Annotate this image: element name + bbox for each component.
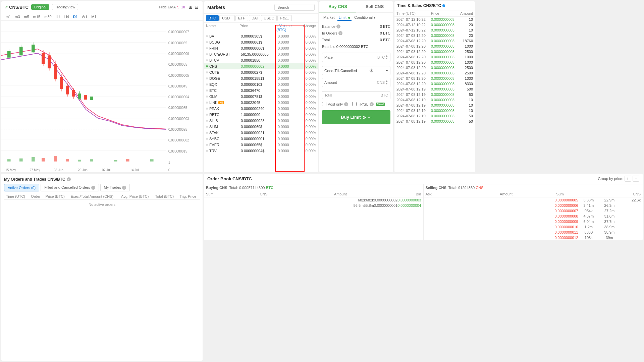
market-order-tab[interactable]: Market — [322, 15, 336, 21]
post-only-input[interactable] — [322, 102, 326, 106]
market-row[interactable]: SLIM 0.00000069$ 0.0000 0.00% — [204, 124, 318, 130]
svg-text:0.0000000003: 0.0000000003 — [168, 117, 189, 120]
ob-sell-row: 0.0000000005 3.38m 22.9m 22.6k — [424, 197, 643, 203]
tf-d1[interactable]: D1 — [72, 14, 79, 19]
tf-h1[interactable]: H1 — [55, 14, 61, 19]
market-row[interactable]: FRIN 0.000000006$ 0.0000 0.00% — [204, 45, 318, 51]
mt-info-icon[interactable]: i — [122, 186, 126, 190]
market-row[interactable]: SYBC 0.0000000001 0.0000 0.00% — [204, 136, 318, 142]
market-price: 56135.00000000 — [241, 52, 278, 56]
ts-amount: 20 — [458, 33, 475, 38]
tf-m1[interactable]: m1 — [5, 14, 12, 19]
tf-m15[interactable]: m15 — [32, 14, 41, 19]
tf-m1-large[interactable]: M1 — [90, 14, 97, 19]
amount-input-group: CNS ▲▼ — [319, 76, 393, 90]
chart-expand-icon[interactable]: ⊞ — [188, 4, 193, 10]
market-row[interactable]: DOGE 0.000001881$ 0.0000 0.00% — [204, 75, 318, 81]
timesales-row: 2024-07-08 12:19 0.0000000003 50 — [394, 119, 475, 124]
ts-price: 0.0000000003 — [429, 92, 458, 97]
svg-rect-42 — [114, 160, 117, 162]
amount-arrows[interactable]: ▲▼ — [385, 80, 388, 85]
gtc-select[interactable]: Good-Till-Cancelled ⓘ ▾ — [322, 66, 390, 75]
price-arrows[interactable]: ▲▼ — [385, 55, 388, 60]
ts-amount: 10 — [458, 17, 475, 22]
market-dot — [206, 114, 208, 116]
tf-w1[interactable]: W1 — [81, 14, 89, 19]
market-row[interactable]: BCUG 0.00000061$ 0.0000 0.00% — [204, 39, 318, 45]
buying-total: Total: 0.00057144300 BTC — [229, 186, 273, 190]
info-icon[interactable]: ⓘ — [370, 68, 373, 73]
svg-rect-33 — [90, 97, 93, 100]
col-amount-sell: Amount — [479, 192, 533, 196]
group-price-sub-btn[interactable]: − — [633, 176, 639, 182]
market-row[interactable]: SHIB 0.0000000028 0.0000 0.00% — [204, 118, 318, 124]
sell-tab[interactable]: Sell CNS — [356, 1, 393, 12]
in-orders-info-icon[interactable]: i — [338, 31, 342, 35]
orders-info-icon[interactable]: i — [67, 177, 71, 181]
group-price-controls: Group by price: + − — [598, 176, 639, 182]
limit-order-tab[interactable]: Limit — [337, 15, 352, 21]
market-row[interactable]: STAK 0.0000000021 0.0000 0.00% — [204, 130, 318, 136]
tpsl-info-icon[interactable]: i — [370, 102, 374, 106]
market-row[interactable]: TRV 0.000000004$ 0.0000 0.00% — [204, 148, 318, 154]
tf-m5[interactable]: m5 — [23, 14, 30, 19]
market-tab-dai[interactable]: DAI — [249, 15, 260, 21]
market-row[interactable]: LINK+5 0.00022045 0.0000 0.00% — [204, 100, 318, 106]
timesales-row: 2024-07-08 12:20 0.0000000003 18760 — [394, 38, 475, 44]
market-row[interactable]: BTCV 0.00001850 0.0000 0.00% — [204, 57, 318, 63]
filled-cancelled-tab[interactable]: Filled and Cancelled Orders i — [41, 184, 99, 191]
market-tab-btc[interactable]: BTC — [206, 15, 219, 21]
timesales-row: 2024-07-12 10:22 0.0000000003 10 — [394, 27, 475, 33]
market-row[interactable]: BAT 0.00000305$ 0.0000 0.00% — [204, 33, 318, 39]
my-trades-tab[interactable]: My Trades i — [100, 184, 130, 191]
market-row[interactable]: EVER 0.00000065$ 0.0000 0.00% — [204, 142, 318, 148]
svg-text:1: 1 — [168, 161, 170, 164]
post-only-info-icon[interactable]: i — [344, 102, 348, 106]
buy-tab[interactable]: Buy CNS — [319, 1, 356, 12]
market-row[interactable]: ETC 0.00036470 0.0000 0.00% — [204, 87, 318, 94]
tpsl-input[interactable] — [352, 102, 357, 106]
fc-info-icon[interactable]: i — [91, 186, 95, 190]
active-orders-tab[interactable]: Active Orders (0) — [4, 184, 39, 191]
orders-table: Time (UTC) Order Price (BTC) Exec./Total… — [4, 193, 200, 209]
market-row[interactable]: CUTE 0.00000027$ 0.0000 0.00% — [204, 69, 318, 75]
tf-m30[interactable]: m30 — [43, 14, 52, 19]
market-row[interactable]: RBTC 1.00000000 0.0000 0.00% — [204, 112, 318, 118]
conditional-order-tab[interactable]: Conditional ▾ — [353, 15, 377, 21]
market-tab-usdc[interactable]: USDC — [261, 15, 277, 21]
original-button[interactable]: Original — [31, 4, 49, 10]
markets-search-input[interactable] — [274, 4, 315, 11]
market-tab-eth[interactable]: ETH — [235, 15, 248, 21]
price-input[interactable] — [322, 54, 375, 61]
market-change: 0.00% — [296, 34, 316, 38]
external-link-icon: ↗ — [5, 5, 8, 9]
market-tab-fav[interactable]: Fav... — [277, 15, 292, 21]
tf-m3[interactable]: m3 — [14, 14, 21, 19]
timesales-row: 2024-07-08 12:19 0.0000000003 10 — [394, 97, 475, 103]
amount-input[interactable] — [322, 79, 375, 86]
total-balance-label: Total — [322, 38, 330, 42]
tf-h4[interactable]: H4 — [63, 14, 70, 19]
group-price-add-btn[interactable]: + — [625, 176, 631, 182]
market-dot — [206, 71, 208, 73]
market-tab-usdt[interactable]: USDT — [219, 15, 235, 21]
buy-limit-button[interactable]: Buy Limit » on — [322, 110, 390, 124]
balance-info-icon[interactable]: i — [336, 24, 340, 28]
market-name: STAK — [209, 131, 241, 135]
timesales-header: Time & Sales CNS/BTC — [394, 1, 475, 10]
tradingview-button[interactable]: TradingView — [52, 4, 78, 10]
market-row[interactable]: EQX 0.00000010$ 0.0000 0.00% — [204, 81, 318, 87]
timesales-row: 2024-07-08 12:19 0.0000000003 10 — [394, 103, 475, 108]
chart-minimize-icon[interactable]: ⊟ — [194, 4, 199, 10]
svg-text:02 Jul: 02 Jul — [102, 168, 111, 172]
svg-text:0.0000000006: 0.0000000006 — [168, 52, 189, 56]
market-row[interactable]: CNS 0.0000000002 0.0000 0.00% — [204, 63, 318, 69]
svg-text:0.000000025: 0.000000025 — [168, 128, 187, 131]
buy-btn-label: Buy Limit — [341, 115, 361, 120]
market-row[interactable]: GLM 0.00000781$ 0.0000 0.00% — [204, 94, 318, 100]
tpsl-checkbox[interactable]: TP/SL i New! — [352, 102, 385, 106]
market-dot — [206, 132, 208, 134]
market-row[interactable]: PEAK 0.0000000240 0.0000 0.00% — [204, 106, 318, 112]
post-only-checkbox[interactable]: Post only i — [322, 102, 348, 106]
market-row[interactable]: BTC/EURST 56135.00000000 0.0000 0.00% — [204, 51, 318, 57]
